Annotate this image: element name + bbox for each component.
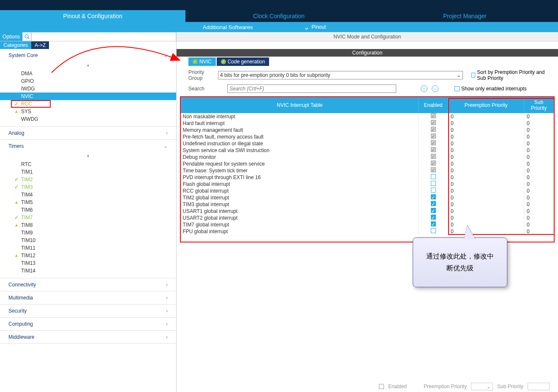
section-security[interactable]: Security› bbox=[0, 305, 176, 317]
interrupt-name[interactable]: TIM3 global interrupt bbox=[181, 201, 419, 208]
subpriority-cell[interactable]: 0 bbox=[524, 181, 554, 188]
interrupt-name[interactable]: Time base: System tick timer bbox=[181, 167, 419, 174]
tree-item-tim7[interactable]: TIM7 bbox=[0, 214, 176, 221]
enabled-checkbox[interactable] bbox=[431, 174, 436, 179]
sort-checkbox[interactable] bbox=[471, 73, 475, 78]
interrupt-name[interactable]: TIM2 global interrupt bbox=[181, 194, 419, 201]
subpriority-cell[interactable]: 0 bbox=[524, 208, 554, 215]
enabled-checkbox[interactable] bbox=[431, 167, 436, 172]
preemption-cell[interactable]: 0 bbox=[448, 215, 524, 221]
preemption-cell[interactable]: 0 bbox=[448, 201, 524, 208]
tree-item-iwdg[interactable]: IWDG bbox=[0, 85, 176, 93]
interrupt-name[interactable]: System service call via SWI instruction bbox=[181, 147, 419, 154]
tree-item-tim14[interactable]: TIM14 bbox=[0, 267, 176, 275]
scroll-up-icon[interactable]: ▴ bbox=[0, 62, 176, 68]
interrupt-name[interactable]: Memory management fault bbox=[181, 127, 419, 133]
tree-item-gpio[interactable]: GPIO bbox=[0, 77, 176, 85]
subpriority-cell[interactable]: 0 bbox=[524, 113, 554, 120]
tree-item-tim3[interactable]: TIM3 bbox=[0, 183, 176, 191]
section-timers[interactable]: Timers⌄ bbox=[0, 140, 176, 152]
pinout-dropdown[interactable]: Pinout bbox=[304, 23, 326, 31]
alpha-tab[interactable]: A->Z bbox=[31, 41, 49, 49]
enabled-checkbox[interactable] bbox=[431, 228, 436, 233]
interrupt-name[interactable]: Non maskable interrupt bbox=[181, 113, 419, 120]
subpriority-cell[interactable]: 0 bbox=[524, 174, 554, 181]
enabled-checkbox[interactable] bbox=[431, 113, 436, 118]
tab-project[interactable]: Project Manager bbox=[372, 10, 558, 22]
section-analog[interactable]: Analog› bbox=[0, 127, 176, 139]
subpriority-cell[interactable]: 0 bbox=[524, 140, 554, 147]
tree-item-tim9[interactable]: TIM9 bbox=[0, 229, 176, 237]
component-search-input[interactable] bbox=[31, 32, 176, 41]
subpriority-cell[interactable]: 0 bbox=[524, 147, 554, 154]
tree-item-wwdg[interactable]: WWDG bbox=[0, 115, 176, 123]
preemption-cell[interactable]: 0 bbox=[448, 228, 524, 235]
subpriority-cell[interactable]: 0 bbox=[524, 201, 554, 208]
options-button[interactable]: Options bbox=[0, 32, 23, 41]
nvic-search-input[interactable] bbox=[227, 84, 396, 93]
subpriority-cell[interactable]: 0 bbox=[524, 127, 554, 133]
enabled-checkbox[interactable] bbox=[431, 208, 436, 213]
tree-item-tim8[interactable]: TIM8 bbox=[0, 221, 176, 229]
preemption-cell[interactable]: 0 bbox=[448, 167, 524, 174]
enabled-checkbox[interactable] bbox=[431, 133, 436, 139]
preemption-cell[interactable]: 0 bbox=[448, 147, 524, 154]
section-middleware[interactable]: Middleware› bbox=[0, 331, 176, 343]
interrupt-name[interactable]: USART2 global interrupt bbox=[181, 215, 419, 221]
enabled-checkbox[interactable] bbox=[431, 194, 436, 199]
interrupt-name[interactable]: Pre-fetch fault, memory access fault bbox=[181, 133, 419, 140]
tree-item-nvic[interactable]: NVIC bbox=[0, 93, 176, 100]
subpriority-cell[interactable]: 0 bbox=[524, 188, 554, 194]
enabled-checkbox[interactable] bbox=[431, 140, 436, 145]
tree-item-dma[interactable]: DMA bbox=[0, 70, 176, 77]
tab-clock[interactable]: Clock Configuration bbox=[186, 10, 372, 22]
nvic-config-tab[interactable]: ✓NVIC bbox=[188, 57, 216, 66]
interrupt-name[interactable]: RCC global interrupt bbox=[181, 188, 419, 194]
search-prev-button[interactable]: ‹ bbox=[421, 85, 427, 92]
tree-item-sys[interactable]: SYS bbox=[0, 108, 176, 115]
tree-item-tim5[interactable]: TIM5 bbox=[0, 199, 176, 206]
search-icon[interactable] bbox=[23, 32, 31, 41]
enabled-checkbox[interactable] bbox=[431, 215, 436, 220]
subpriority-cell[interactable]: 0 bbox=[524, 154, 554, 161]
preemption-cell[interactable]: 0 bbox=[448, 140, 524, 147]
preemption-cell[interactable]: 0 bbox=[448, 133, 524, 140]
subpriority-cell[interactable]: 0 bbox=[524, 161, 554, 167]
preemption-cell[interactable]: 0 bbox=[448, 181, 524, 188]
codegen-config-tab[interactable]: ✓Code generation bbox=[217, 57, 269, 66]
interrupt-name[interactable]: FPU global interrupt bbox=[181, 228, 419, 235]
subpriority-cell[interactable]: 0 bbox=[524, 167, 554, 174]
preemption-cell[interactable]: 0 bbox=[448, 188, 524, 194]
enabled-checkbox[interactable] bbox=[431, 127, 436, 132]
section-connectivity[interactable]: Connectivity› bbox=[0, 278, 176, 291]
preemption-cell[interactable]: 0 bbox=[448, 174, 524, 181]
col-preemption[interactable]: Preemption Priority bbox=[448, 98, 524, 113]
show-enabled-checkbox[interactable] bbox=[455, 86, 460, 91]
tree-item-tim13[interactable]: TIM13 bbox=[0, 259, 176, 267]
tab-pinout[interactable]: Pinout & Configuration bbox=[0, 10, 186, 22]
subpriority-cell[interactable]: 0 bbox=[524, 120, 554, 127]
preemption-cell[interactable]: 0 bbox=[448, 208, 524, 215]
enabled-checkbox[interactable] bbox=[431, 201, 436, 206]
interrupt-name[interactable]: PVD interrupt through EXTI line 16 bbox=[181, 174, 419, 181]
priority-group-select[interactable]: 4 bits for pre-emption priority 0 bits f… bbox=[218, 71, 463, 79]
preemption-cell[interactable]: 0 bbox=[448, 194, 524, 201]
interrupt-name[interactable]: Flash global interrupt bbox=[181, 181, 419, 188]
enabled-checkbox[interactable] bbox=[431, 221, 436, 226]
enabled-checkbox[interactable] bbox=[431, 154, 436, 159]
enabled-checkbox[interactable] bbox=[431, 147, 436, 152]
subpriority-cell[interactable]: 0 bbox=[524, 133, 554, 140]
tree-item-rtc[interactable]: RTC bbox=[0, 161, 176, 168]
tree-item-tim12[interactable]: TIM12 bbox=[0, 252, 176, 259]
search-next-button[interactable]: › bbox=[432, 85, 438, 92]
tree-item-tim6[interactable]: TIM6 bbox=[0, 206, 176, 214]
categories-tab[interactable]: Categories bbox=[0, 41, 31, 49]
tree-item-rcc[interactable]: RCC bbox=[0, 100, 176, 108]
additional-softwares-link[interactable]: Additional Softwares bbox=[203, 24, 253, 30]
subpriority-cell[interactable]: 0 bbox=[524, 194, 554, 201]
col-subpriority[interactable]: Sub Priority bbox=[524, 98, 554, 113]
tree-item-tim4[interactable]: TIM4 bbox=[0, 191, 176, 199]
tree-item-tim11[interactable]: TIM11 bbox=[0, 244, 176, 252]
preemption-cell[interactable]: 0 bbox=[448, 113, 524, 120]
section-computing[interactable]: Computing› bbox=[0, 318, 176, 330]
